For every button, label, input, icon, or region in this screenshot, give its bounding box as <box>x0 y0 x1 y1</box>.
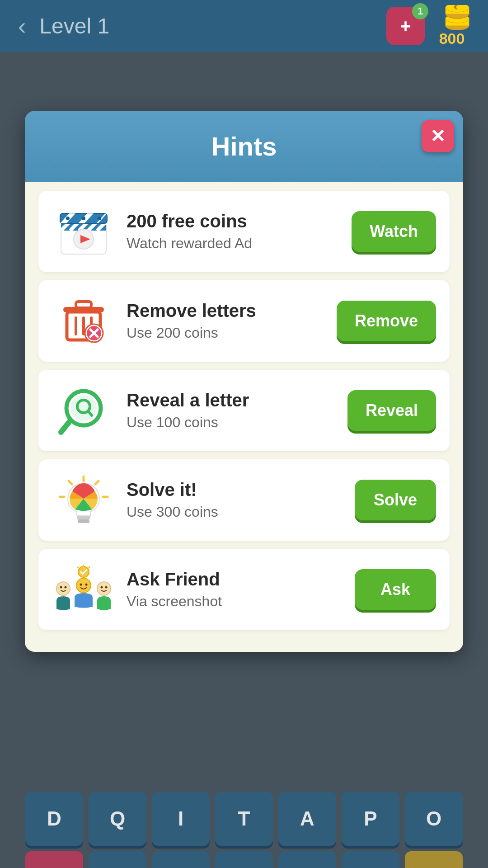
watch-hint-desc: Watch rewarded Ad <box>127 235 352 252</box>
solve-hint-name: Solve it! <box>127 480 355 500</box>
ask-button[interactable]: Ask <box>355 569 436 610</box>
watch-icon-area <box>52 204 115 259</box>
reveal-icon-area <box>52 383 115 438</box>
key-D[interactable]: D <box>25 792 83 846</box>
remove-hint-text: Remove letters Use 200 coins <box>127 301 337 341</box>
keyboard-row-1: D Q I T A P O <box>9 792 479 846</box>
svg-point-57 <box>97 582 111 595</box>
svg-point-56 <box>65 586 67 588</box>
key-R[interactable]: R <box>278 851 336 868</box>
close-button[interactable]: ✕ <box>422 120 454 152</box>
keyboard-area: D Q I T A P O ↺ W U Y R E 💡 <box>0 785 488 868</box>
magnifier-icon <box>56 385 111 437</box>
reveal-hint-desc: Use 100 coins <box>127 414 347 431</box>
lightbulb-icon <box>58 474 110 526</box>
watch-button[interactable]: Watch <box>352 211 436 252</box>
hint-row-solve: Solve it! Use 300 coins Solve <box>38 459 450 541</box>
svg-line-50 <box>89 566 90 568</box>
hint-row-reveal: Reveal a letter Use 100 coins Reveal <box>38 370 450 451</box>
header-right: + 1 € 800 <box>386 5 470 47</box>
hint-row-remove: Remove letters Use 200 coins Remove <box>38 280 450 362</box>
notification-badge: 1 <box>412 3 428 19</box>
modal-title: Hints <box>38 131 450 161</box>
key-O[interactable]: O <box>405 792 463 846</box>
key-A[interactable]: A <box>278 792 336 846</box>
solve-hint-desc: Use 300 coins <box>127 504 355 520</box>
game-area: Hints ✕ <box>0 52 488 868</box>
coin-pile-icon: € <box>434 5 470 30</box>
key-U[interactable]: U <box>152 851 210 868</box>
back-button[interactable]: ‹ <box>18 14 26 38</box>
reveal-button[interactable]: Reveal <box>347 390 436 431</box>
svg-line-41 <box>95 481 99 484</box>
key-Q[interactable]: Q <box>89 792 146 846</box>
key-T[interactable]: T <box>215 792 273 846</box>
svg-text:€: € <box>454 5 458 11</box>
key-W[interactable]: W <box>89 851 146 868</box>
hint-row-ask: Ask Friend Via screenshot Ask <box>38 549 450 630</box>
hints-modal: Hints ✕ <box>25 111 463 652</box>
remove-hint-desc: Use 200 coins <box>127 325 337 341</box>
ask-icon-area <box>52 562 115 617</box>
ask-hint-text: Ask Friend Via screenshot <box>127 569 355 610</box>
hint-row-watch: 200 free coins Watch rewarded Ad Watch <box>38 191 450 272</box>
svg-line-49 <box>77 566 79 568</box>
header: ‹ Level 1 + 1 € 800 <box>0 0 488 52</box>
key-E[interactable]: E <box>342 851 399 868</box>
svg-point-24 <box>98 217 101 220</box>
ask-hint-name: Ask Friend <box>127 569 355 590</box>
svg-point-55 <box>60 586 62 588</box>
svg-point-58 <box>101 586 103 588</box>
solve-icon-area <box>52 473 115 527</box>
close-icon: ✕ <box>430 127 446 145</box>
solve-hint-text: Solve it! Use 300 coins <box>127 480 355 520</box>
reveal-hint-name: Reveal a letter <box>127 390 347 410</box>
solve-button[interactable]: Solve <box>355 480 436 520</box>
remove-icon-area <box>52 294 115 348</box>
key-P[interactable]: P <box>342 792 399 846</box>
friends-icon <box>52 564 115 616</box>
key-I[interactable]: I <box>152 792 210 846</box>
coin-display: € 800 <box>434 5 470 47</box>
watch-hint-name: 200 free coins <box>127 211 352 231</box>
svg-point-23 <box>82 217 85 220</box>
keyboard-row-2: ↺ W U Y R E 💡 <box>9 851 479 868</box>
reveal-hint-text: Reveal a letter Use 100 coins <box>127 390 347 431</box>
level-title: Level 1 <box>39 14 109 38</box>
modal-header: Hints ✕ <box>25 111 463 182</box>
svg-point-53 <box>85 583 88 585</box>
svg-line-43 <box>69 481 72 484</box>
hint-key-button[interactable]: 💡 <box>405 851 463 868</box>
modal-body: 200 free coins Watch rewarded Ad Watch <box>25 182 463 652</box>
ask-hint-desc: Via screenshot <box>127 593 355 610</box>
film-clapper-icon <box>56 207 111 256</box>
watch-hint-text: 200 free coins Watch rewarded Ad <box>127 211 352 252</box>
key-Y[interactable]: Y <box>215 851 273 868</box>
svg-rect-46 <box>78 519 89 523</box>
svg-point-22 <box>66 217 70 220</box>
plus-icon: + <box>400 15 411 37</box>
svg-point-54 <box>56 582 70 595</box>
svg-rect-45 <box>77 516 90 519</box>
svg-point-47 <box>78 566 89 577</box>
svg-point-52 <box>80 583 82 585</box>
coins-amount: 800 <box>439 30 465 47</box>
plus-badge[interactable]: + 1 <box>386 7 425 45</box>
svg-rect-30 <box>76 302 91 308</box>
svg-line-37 <box>61 421 70 432</box>
svg-point-59 <box>105 586 108 588</box>
trash-icon <box>59 296 108 346</box>
svg-point-51 <box>76 578 91 593</box>
reset-button[interactable]: ↺ <box>25 851 83 868</box>
remove-hint-name: Remove letters <box>127 301 337 321</box>
remove-button[interactable]: Remove <box>337 301 436 341</box>
